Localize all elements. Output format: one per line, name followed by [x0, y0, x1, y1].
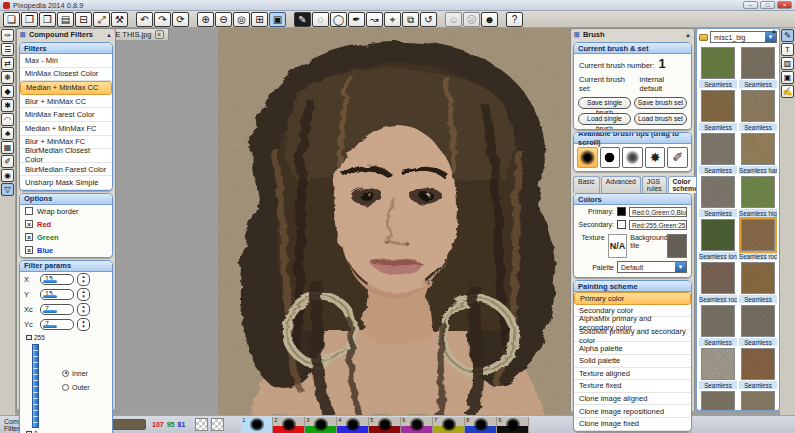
brush-tool-button[interactable]: ✑: [1, 29, 14, 42]
knife-button[interactable]: ✐: [1, 155, 14, 168]
clone-stamp-button[interactable]: ✍: [781, 85, 794, 98]
primary-color-swatch[interactable]: [617, 207, 626, 216]
brush-tip-star[interactable]: ✸: [645, 147, 666, 168]
radio-outer[interactable]: Outer: [62, 384, 90, 391]
scanner-button[interactable]: ⤢: [93, 12, 110, 27]
transparency-swatch-2[interactable]: [211, 418, 224, 431]
redo-button[interactable]: ↷: [154, 12, 171, 27]
tab-jgs-rules[interactable]: JGS rules: [642, 176, 667, 193]
painting-scheme-item[interactable]: Primary color: [574, 292, 691, 305]
filter-item[interactable]: MinMax Closest Color: [20, 68, 112, 82]
texture-swatch[interactable]: Seamless rock: [739, 219, 777, 260]
maximize-button[interactable]: □: [760, 1, 775, 9]
painting-scheme-header[interactable]: Painting scheme: [574, 281, 691, 292]
chevron-down-icon[interactable]: ▼: [675, 262, 686, 272]
tab-basic[interactable]: Basic: [573, 176, 600, 193]
brush-slot[interactable]: 1: [241, 417, 273, 433]
new-file-button[interactable]: ❏: [3, 12, 20, 27]
open-image-button[interactable]: ❐: [21, 12, 38, 27]
filter-item[interactable]: Unsharp Mask Simple: [20, 176, 112, 190]
texture-swatch[interactable]: Seamless: [739, 305, 777, 346]
secondary-color-swatch[interactable]: [617, 220, 626, 229]
slider-handle[interactable]: [26, 335, 32, 340]
close-button[interactable]: ×: [777, 1, 792, 9]
text-tool-button[interactable]: T: [781, 43, 794, 56]
spiral-button[interactable]: ◉: [1, 169, 14, 182]
checkbox-checked-icon[interactable]: ×: [25, 220, 33, 228]
zoom-in-button[interactable]: ⊕: [197, 12, 214, 27]
texture-swatch[interactable]: Seamless: [699, 47, 737, 88]
painting-scheme-item[interactable]: Clone image fixed: [574, 418, 691, 431]
texture-swatch[interactable]: Seamless high: [739, 176, 777, 217]
ellipse-select-button[interactable]: ◯: [330, 12, 347, 27]
save-image-button[interactable]: ❒: [39, 12, 56, 27]
brush-tips-header[interactable]: Available brush tips (drag to scroll): [574, 133, 691, 144]
current-brush-header[interactable]: Current brush & set: [574, 43, 691, 54]
tools-button[interactable]: ⚒: [111, 12, 128, 27]
history-button[interactable]: ↺: [420, 12, 437, 27]
brush-tip-hard[interactable]: [600, 147, 621, 168]
params-group-header[interactable]: Filter params: [20, 261, 112, 272]
painting-scheme-item[interactable]: Clone image repositioned: [574, 405, 691, 418]
brush-tip-soft[interactable]: [577, 147, 598, 168]
canvas-workspace[interactable]: [116, 28, 570, 415]
texture-swatch[interactable]: Seamless: [699, 391, 737, 411]
texture-swatch[interactable]: Seamless: [699, 90, 737, 131]
param-spinner[interactable]: ▴▾: [77, 303, 90, 316]
checkbox-icon[interactable]: [25, 207, 33, 215]
grid-button[interactable]: ▦: [1, 141, 14, 154]
param-spinner[interactable]: ▴▾: [77, 273, 90, 286]
texture-swatch[interactable]: Seamless: [699, 305, 737, 346]
threshold-slider[interactable]: [32, 344, 39, 428]
param-value-field[interactable]: 7: [40, 319, 74, 330]
colors-header[interactable]: Colors: [574, 194, 691, 205]
open-folder-button[interactable]: ▤: [57, 12, 74, 27]
funnel-button[interactable]: ▽: [1, 183, 14, 196]
image-frame-button[interactable]: ▣: [781, 71, 794, 84]
texture-swatch[interactable]: Seamless long: [699, 219, 737, 260]
texture-na-box[interactable]: N/A: [608, 234, 628, 258]
brush-slot[interactable]: 9: [497, 417, 529, 433]
help-button[interactable]: ?: [506, 12, 523, 27]
filter-item[interactable]: MinMax Farest Color: [20, 108, 112, 122]
param-spinner[interactable]: ▴▾: [77, 318, 90, 331]
brush-tip-stroke[interactable]: ✐: [667, 147, 688, 168]
texture-folder-dropdown[interactable]: misc1_big▼: [710, 31, 777, 43]
checkbox-checked-icon[interactable]: ×: [25, 246, 33, 254]
option-row[interactable]: ×Red: [20, 218, 112, 231]
zoom-out-button[interactable]: ⊖: [215, 12, 232, 27]
texture-swatch[interactable]: Seamless: [699, 348, 737, 389]
save-brush-set-button[interactable]: Save brush set: [634, 97, 687, 109]
param-spinner[interactable]: ▴▾: [77, 288, 90, 301]
painting-scheme-item[interactable]: SolidMix primary and secondary color: [574, 330, 691, 343]
brush-slot[interactable]: 7: [433, 417, 465, 433]
canvas-image[interactable]: [218, 28, 570, 415]
checkbox-checked-icon[interactable]: ×: [25, 233, 33, 241]
filter-item[interactable]: BlurMedian Farest Color: [20, 163, 112, 177]
monitor-button[interactable]: ▣: [269, 12, 286, 27]
brush-slot[interactable]: 4: [337, 417, 369, 433]
transparency-swatch-1[interactable]: [195, 418, 208, 431]
option-row[interactable]: ×Blue: [20, 244, 112, 257]
texture-swatch[interactable]: Seamless: [739, 348, 777, 389]
droplet-fx-button[interactable]: ❋: [1, 71, 14, 84]
filter-item[interactable]: Median + MinMax FC: [20, 122, 112, 136]
droplet-button[interactable]: ◆: [1, 85, 14, 98]
undo-button[interactable]: ↶: [136, 12, 153, 27]
painting-scheme-item[interactable]: Texture aligned: [574, 368, 691, 381]
pen-button[interactable]: ✎: [781, 29, 794, 42]
brush-tip-spray[interactable]: [622, 147, 643, 168]
painting-scheme-item[interactable]: Solid palette: [574, 355, 691, 368]
save-single-brush-button[interactable]: Save single brush: [578, 97, 631, 109]
texture-swatch[interactable]: Seamless: [739, 262, 777, 303]
scroll-up-icon[interactable]: ▲: [771, 28, 777, 34]
brush-slot[interactable]: 2: [273, 417, 305, 433]
param-value-field[interactable]: 15: [40, 274, 74, 285]
texture-swatch[interactable]: Seamless: [739, 391, 777, 411]
load-brush-set-button[interactable]: Load brush set: [634, 113, 687, 125]
param-value-field[interactable]: 7: [40, 304, 74, 315]
tree-button[interactable]: ♣: [1, 127, 14, 140]
filter-item[interactable]: BlurMedian Closest Color: [20, 149, 112, 163]
magnifier-button[interactable]: ⌖: [384, 12, 401, 27]
radio-inner[interactable]: Inner: [62, 370, 88, 377]
